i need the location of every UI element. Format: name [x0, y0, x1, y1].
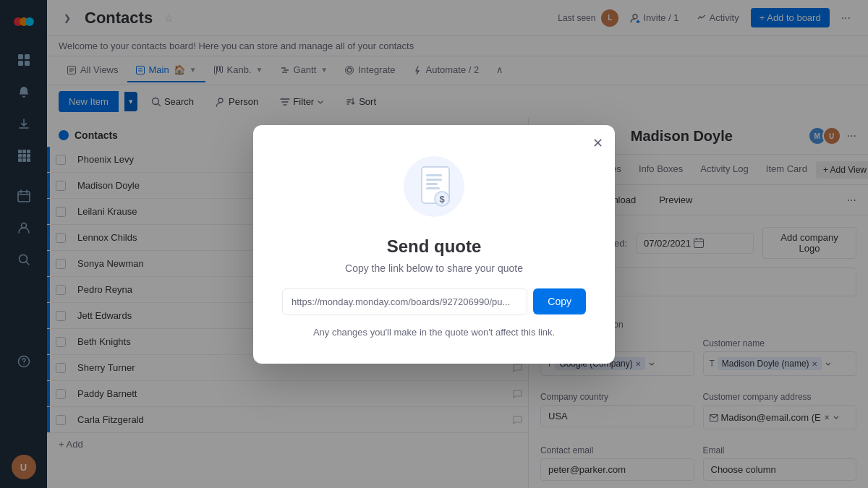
- modal-link-input[interactable]: [282, 288, 527, 315]
- svg-text:$: $: [439, 194, 445, 205]
- send-quote-modal: ✕ $ Send quote Copy the link below to sh…: [253, 125, 615, 364]
- svg-rect-54: [426, 179, 442, 181]
- svg-rect-55: [426, 183, 438, 185]
- modal-overlay: ✕ $ Send quote Copy the link below to sh…: [0, 0, 868, 488]
- modal-note: Any changes you'll make in the quote won…: [313, 327, 555, 338]
- svg-rect-53: [426, 174, 442, 176]
- modal-icon: $: [401, 154, 467, 222]
- modal-copy-button[interactable]: Copy: [533, 288, 586, 314]
- svg-rect-56: [426, 187, 440, 189]
- modal-close-button[interactable]: ✕: [592, 137, 603, 150]
- modal-link-row: Copy: [282, 288, 586, 315]
- modal-title: Send quote: [387, 236, 482, 257]
- modal-subtitle: Copy the link below to share your quote: [345, 262, 523, 274]
